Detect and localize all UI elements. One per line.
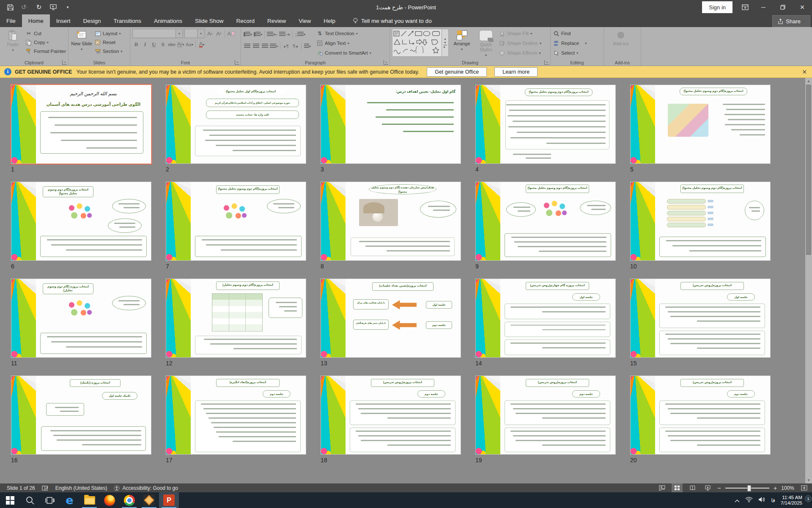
tab-slideshow[interactable]: Slide Show: [189, 14, 230, 27]
banner-close-icon[interactable]: ✕: [802, 69, 807, 75]
grow-font-button[interactable]: A▴: [206, 30, 214, 37]
customize-qat-icon[interactable]: ▾: [63, 3, 72, 11]
taskbar-clock[interactable]: 11:45 AM 7/14/2025: [781, 495, 802, 506]
rtl-direction-button[interactable]: ¶◂: [291, 42, 299, 50]
ribbon-display-options-icon[interactable]: [737, 0, 754, 14]
justify-button[interactable]: ▾: [270, 42, 278, 50]
tab-transitions[interactable]: Transitions: [107, 14, 148, 27]
slide-thumbnail[interactable]: انتخاب پروژه گام چهارم(روش تدریس)جلسه او…: [475, 279, 616, 358]
slide-thumbnail[interactable]: انتخاب پروژه(گام دوم وسوم تحلیل محتوا): [166, 182, 306, 261]
text-shadow-button[interactable]: S: [159, 41, 167, 48]
slide-thumbnail[interactable]: انتخاب پروژه(روش تدریس)جلسه دوم: [630, 375, 771, 455]
share-button[interactable]: Share ▾: [772, 15, 810, 27]
task-view-button[interactable]: [40, 492, 60, 508]
tab-view[interactable]: View: [292, 14, 317, 27]
taskbar-search-button[interactable]: [20, 492, 40, 508]
slide-thumbnail[interactable]: بسم الله الرحمن الرحیمالگوی طراحی آموزشی…: [11, 85, 151, 164]
scroll-up-icon[interactable]: ▲: [805, 78, 812, 84]
slide-thumbnail[interactable]: انتخاب پروژه(گام دوم وسوم تحلیل محتوا): [630, 85, 771, 164]
reset-button[interactable]: Reset: [94, 39, 122, 46]
close-button[interactable]: ×: [793, 0, 812, 14]
select-button[interactable]: Select▾: [553, 49, 587, 57]
arrange-button[interactable]: Arrange ▾: [450, 29, 473, 59]
font-size-dropdown-icon[interactable]: ▾: [197, 29, 204, 38]
shapes-gallery-more-button[interactable]: ▴▾▾: [442, 29, 448, 56]
bullets-button[interactable]: ▾: [243, 30, 252, 38]
zoom-percentage[interactable]: 100%: [781, 485, 794, 491]
decrease-indent-button[interactable]: ⇤: [267, 30, 278, 38]
paste-button[interactable]: Paste ▾: [2, 29, 24, 59]
tab-review[interactable]: Review: [261, 14, 292, 27]
tray-chevron-icon[interactable]: [735, 497, 740, 504]
layout-button[interactable]: Layout▾: [94, 30, 122, 37]
text-direction-button[interactable]: ⇅Text Direction▾: [316, 30, 371, 37]
taskbar-powerpoint-button[interactable]: P: [159, 492, 179, 508]
cut-button[interactable]: ✂Cut: [25, 30, 66, 37]
tab-record[interactable]: Record: [230, 14, 261, 27]
underline-button[interactable]: U: [150, 41, 158, 48]
slide-thumbnail[interactable]: انتخاب پروژه [گام دوم وسوم تحلیل]: [11, 279, 151, 358]
ltr-direction-button[interactable]: ▸¶: [283, 42, 290, 50]
slide-thumbnail[interactable]: انتخاب پروژه(روش تدریس)جلسه اول: [630, 279, 771, 358]
minimize-button[interactable]: ─: [754, 0, 773, 14]
font-color-button[interactable]: A▾: [198, 41, 206, 48]
tab-animations[interactable]: Animations: [148, 14, 189, 27]
change-case-button[interactable]: Aa▾: [186, 41, 193, 48]
format-painter-button[interactable]: Format Painter: [25, 47, 66, 55]
slide-thumbnail[interactable]: انتخاب پروژه(گام دوم وسوم تحلیل محتوا): [475, 85, 616, 164]
start-slideshow-icon[interactable]: [49, 3, 58, 11]
convert-smartart-button[interactable]: Convert to SmartArt▾: [316, 49, 371, 57]
taskbar-firefox-button[interactable]: [99, 492, 119, 508]
undo-icon[interactable]: ↺▾: [20, 3, 29, 11]
normal-view-button[interactable]: [656, 483, 667, 492]
font-name-dropdown-icon[interactable]: ▾: [176, 29, 183, 38]
wifi-icon[interactable]: [745, 497, 753, 504]
slide-thumbnail[interactable]: انتخاب پروژه(تعیین تعداد جلسات)جلسه اولج…: [321, 279, 461, 358]
learn-more-button[interactable]: Learn more: [494, 67, 538, 77]
font-size-combobox[interactable]: ▾: [184, 29, 205, 38]
accessibility-indicator[interactable]: Accessibility: Good to go: [114, 485, 178, 491]
sign-in-button[interactable]: Sign in: [702, 1, 732, 13]
line-spacing-button[interactable]: ↕▾: [295, 30, 306, 38]
find-button[interactable]: Find: [553, 30, 587, 37]
italic-button[interactable]: I: [141, 41, 149, 48]
align-text-button[interactable]: Align Text▾: [316, 39, 371, 47]
paragraph-dialog-launcher[interactable]: ↘: [384, 60, 388, 65]
save-icon[interactable]: [6, 3, 14, 11]
align-right-button[interactable]: [261, 42, 269, 50]
new-slide-button[interactable]: New Slide ▾: [71, 29, 93, 59]
tab-design[interactable]: Design: [77, 14, 107, 27]
restore-button[interactable]: [773, 0, 793, 14]
replace-button[interactable]: abacReplace▾: [553, 39, 587, 47]
bold-button[interactable]: B: [132, 41, 140, 48]
tab-insert[interactable]: Insert: [50, 14, 77, 27]
slide-thumbnail[interactable]: انتخاب پروژه(ابعاد انگیزه)جلسه دوم: [166, 375, 306, 455]
start-button[interactable]: [0, 492, 20, 508]
vertical-scrollbar[interactable]: ▲ ▼: [805, 78, 812, 483]
redo-icon[interactable]: ↻: [35, 3, 43, 11]
tab-home[interactable]: Home: [22, 14, 50, 27]
zoom-in-button[interactable]: +: [774, 485, 777, 491]
slide-thumbnail[interactable]: انتخاب پروژه(گام دوم وسوم تحلیل محتوا): [475, 182, 616, 261]
tab-file[interactable]: File: [0, 14, 22, 27]
taskbar-chrome-button[interactable]: [119, 492, 139, 508]
spell-check-icon[interactable]: [42, 485, 49, 491]
zoom-out-button[interactable]: −: [717, 484, 721, 491]
undo-dropdown-icon[interactable]: ▾: [26, 6, 28, 9]
slide-indicator[interactable]: Slide 1 of 26: [7, 485, 35, 491]
addins-button[interactable]: Add-ins: [606, 29, 636, 59]
zoom-slider-handle[interactable]: [747, 485, 751, 491]
font-dialog-launcher[interactable]: ↘: [235, 60, 239, 65]
clear-formatting-button[interactable]: A: [227, 30, 235, 37]
slide-thumbnail[interactable]: انتخاب پروژه(روش تدریس)جلسه دوم: [321, 375, 461, 455]
slide-thumbnail[interactable]: هدف/پیش سازمان دهنده (گام دوم وسوم تحلیل…: [321, 182, 461, 261]
volume-icon[interactable]: [758, 497, 765, 504]
section-button[interactable]: Section▾: [94, 47, 122, 55]
numbering-button[interactable]: ▾: [253, 30, 262, 38]
shape-effects-button[interactable]: Shape Effects▾: [499, 49, 541, 57]
slide-thumbnail[interactable]: انتخاب پروژه(گام دوم وسوم تحلیل محتوا): [11, 182, 151, 261]
font-name-combobox[interactable]: ▾: [132, 29, 183, 38]
drawing-dialog-launcher[interactable]: ↘: [544, 60, 549, 65]
slide-thumbnail[interactable]: انتخاب پروژه(گام دوم وسوم تحلیل): [166, 279, 306, 358]
scroll-down-icon[interactable]: ▼: [805, 477, 812, 483]
